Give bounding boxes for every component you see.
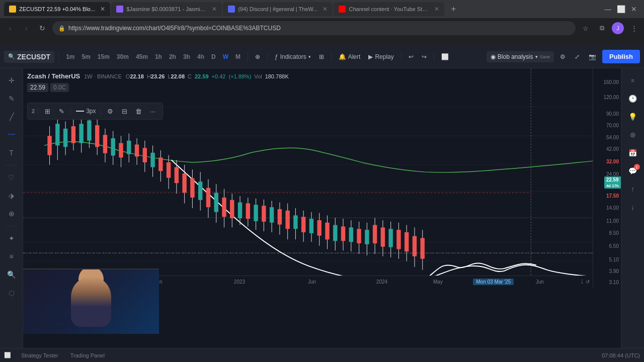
screenshot-button[interactable]: ⬜ [438,50,452,64]
camera-button[interactable]: 📷 [586,50,599,64]
bottom-drawer-btn[interactable]: ⬜ [4,352,11,358]
extensions-button[interactable]: ⧉ [596,22,608,34]
crosshair-tool[interactable]: ✛ [4,72,20,88]
tf-4h[interactable]: 4h [194,52,207,62]
svg-rect-100 [396,230,400,249]
svg-rect-46 [182,173,186,193]
tab-close-jasmine[interactable]: ✕ [212,6,217,13]
zoom-tool[interactable]: ⊕ [4,206,20,222]
new-tab-button[interactable]: + [447,3,459,15]
current-price-badge: 22.59 [27,83,48,92]
publish-button[interactable]: Publish [602,50,640,63]
pencil-draw-btn[interactable]: ✎ [55,105,67,117]
forward-button[interactable]: › [20,22,32,34]
tab-close-zec[interactable]: ✕ [100,6,105,13]
price-120: 120.00 [603,95,619,100]
indicators-icon: ƒ [275,53,278,60]
time-jun-2023: Jun [308,279,316,285]
menu-button[interactable]: ⋮ [628,22,640,34]
indicators-button[interactable]: ƒ Indicators ▾ [272,50,314,64]
star-button[interactable]: ☆ [580,22,592,34]
close-button[interactable]: ✕ [628,3,640,15]
magnet-tool[interactable]: ✦ [4,230,20,246]
price-6-50: 6.50 [609,243,619,249]
tab-close-discord[interactable]: ✕ [323,6,328,13]
draw-settings-btn[interactable]: ⚙ [104,105,116,117]
address-bar[interactable]: 🔒 https://www.tradingview.com/chart/O4l5… [52,21,576,35]
price-8-50: 8.50 [609,230,619,236]
price-5-10: 5.10 [609,257,619,262]
draw-delete-btn[interactable]: 🗑 [132,105,144,117]
profile-button[interactable]: J [612,22,624,34]
divider-1 [58,52,59,62]
watchlist-btn[interactable]: ≡ [625,72,641,88]
eraser-tool[interactable]: ◌ [4,285,20,301]
tab-jasmine[interactable]: $Jasmine $0.0003871 - Jasmin... ✕ [111,2,222,16]
draw-more-btn[interactable]: ··· [146,105,158,117]
measure-tool[interactable]: ⬗ [4,188,20,204]
chat-btn[interactable]: 💬 2 [625,163,641,179]
compare-icon: ⊕ [255,53,260,60]
tf-15m[interactable]: 15m [95,52,113,62]
svg-rect-82 [325,223,329,240]
price-17-50: 17.50 [606,193,619,199]
replay-button[interactable]: ▶ Replay [365,50,396,64]
tf-w[interactable]: W [220,52,231,62]
change-value: +0.42 [212,73,226,79]
arrow-down-btn[interactable]: ↓ [625,199,641,215]
tab-zec[interactable]: ZECUSDT 22.59 +0.04% Blo... ✕ [4,2,110,16]
select-draw-btn[interactable]: ⊞ [41,105,53,117]
clock-btn[interactable]: 🕐 [625,90,641,107]
back-button[interactable]: ‹ [4,22,16,34]
draw-tool[interactable]: ✎ [4,90,20,107]
svg-rect-72 [285,211,289,229]
tf-45m[interactable]: 45m [133,52,151,62]
price-3-10: 3.10 [609,280,619,285]
strategy-tester-tab[interactable]: Strategy Tester [19,352,60,358]
tf-m[interactable]: M [232,52,244,62]
compare-button[interactable]: ⊕ [252,50,263,64]
alert-button[interactable]: 🔔 Alert [336,50,364,64]
tf-5m[interactable]: 5m [78,52,93,62]
tf-30m[interactable]: 30m [114,52,132,62]
minimize-button[interactable]: — [602,3,614,15]
price-160: 160.00 [603,79,619,85]
undo-button[interactable]: ↩ [406,50,417,64]
calendar-btn[interactable]: 📅 [625,145,641,161]
layout-button[interactable]: ⊞ [316,50,327,64]
fib-tool[interactable]: ≡ [4,248,20,264]
screener-btn[interactable]: ⊛ [625,127,641,143]
line-tool[interactable]: ╱ [4,109,20,125]
tab-youtube[interactable]: Channel content · YouTube Stu... ✕ [334,2,444,16]
draw-lock-btn[interactable]: ⊟ [118,105,130,117]
pattern-tool[interactable]: ♡ [4,169,20,186]
tf-d[interactable]: D [208,52,219,62]
tab-favicon-youtube [339,6,346,13]
tf-2h[interactable]: 2h [166,52,179,62]
svg-rect-84 [333,225,337,241]
text-tool[interactable]: T [4,145,20,161]
redo-button[interactable]: ↪ [419,50,430,64]
timezone-reset-btn[interactable]: ↺ [583,276,593,288]
settings-button[interactable]: ⚙ [557,50,569,64]
arrow-up-btn[interactable]: ↑ [625,181,641,197]
low-value: 22.08 [171,73,185,79]
tf-3h[interactable]: 3h [180,52,193,62]
tab-close-youtube[interactable]: ✕ [434,6,439,13]
utc-clock: 07:08:44 (UTC) [602,352,640,358]
vol-value: 180.788K [265,73,289,79]
symbol-search[interactable]: 🔍 ZECUSDT [4,51,54,63]
tf-1h[interactable]: 1h [152,52,165,62]
line-thickness-select[interactable]: 3px [74,107,98,116]
restore-button[interactable]: ⬜ [615,3,627,15]
active-tool[interactable]: 🔍 [4,266,20,283]
refresh-button[interactable]: ↻ [36,22,48,34]
fullscreen-button[interactable]: ⤢ [572,50,583,64]
brush-tool[interactable]: 〰 [4,127,20,143]
ideas-btn[interactable]: 💡 [625,109,641,125]
tab-discord[interactable]: (94) Discord | #general | TheW... ✕ [223,2,333,16]
svg-rect-14 [55,124,59,145]
blob-analysis-button[interactable]: ◉ Blob analysis ▾ Save [487,51,554,62]
trading-panel-tab[interactable]: Trading Panel [68,352,107,358]
tf-1m[interactable]: 1m [63,52,77,62]
